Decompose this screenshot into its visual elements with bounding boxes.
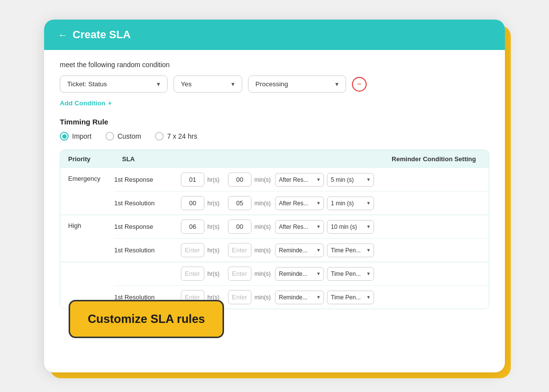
min-input[interactable] xyxy=(228,196,251,210)
after-res-dropdown[interactable]: Reminde... ▾ xyxy=(275,291,324,304)
after-res-value: Reminde... xyxy=(279,294,307,301)
time-pen-value: 1 min (s) xyxy=(331,200,354,207)
hr-unit: hr(s) xyxy=(207,223,225,230)
min-input[interactable] xyxy=(228,290,251,304)
emergency-rows: 1st Response hr(s) min(s) After Res... ▾ xyxy=(114,168,489,215)
table-row: 1st Resolution hr(s) min(s) Reminde... ▾ xyxy=(114,239,489,262)
time-pen-value: Time Pen... xyxy=(331,270,361,277)
col-priority: Priority xyxy=(68,155,122,163)
after-res-chevron-icon: ▾ xyxy=(317,294,320,300)
min-unit: min(s) xyxy=(254,223,272,230)
hr-input[interactable] xyxy=(181,267,204,281)
radio-custom[interactable]: Custom xyxy=(105,132,141,141)
after-res-value: After Res... xyxy=(279,176,308,183)
after-res-dropdown[interactable]: After Res... ▾ xyxy=(275,196,324,210)
ticket-status-value: Ticket: Status xyxy=(67,80,107,88)
processing-chevron-icon: ▾ xyxy=(335,80,339,88)
hr-unit: hr(s) xyxy=(207,247,225,254)
time-pen-chevron-icon: ▾ xyxy=(367,270,370,277)
radio-7x24-label: 7 x 24 hrs xyxy=(167,132,197,140)
min-input[interactable] xyxy=(228,267,251,281)
sla-type-label: 1st Response xyxy=(114,223,178,230)
after-res-chevron-icon: ▾ xyxy=(317,200,320,206)
table-row: 1st Resolution hr(s) min(s) After Res...… xyxy=(114,192,489,215)
main-card: ← Create SLA meet the following random c… xyxy=(44,20,505,372)
ticket-status-chevron-icon: ▾ xyxy=(157,80,160,88)
sla-table: Priority SLA Reminder Condition Setting … xyxy=(60,149,489,309)
after-res-dropdown[interactable]: After Res... ▾ xyxy=(275,173,324,187)
time-pen-value: Time Pen... xyxy=(331,247,361,254)
min-unit: min(s) xyxy=(254,294,272,301)
timing-rule-label: Timming Rule xyxy=(60,118,489,126)
radio-custom-circle xyxy=(105,132,114,141)
radio-7x24-circle xyxy=(155,132,164,141)
hr-input[interactable] xyxy=(181,220,204,234)
table-row: hr(s) min(s) Reminde... ▾ Time Pen... ▾ xyxy=(114,262,489,286)
time-pen-value: 10 min (s) xyxy=(331,223,357,230)
hr-input[interactable] xyxy=(181,243,204,257)
col-sla: SLA xyxy=(122,155,191,163)
time-pen-chevron-icon: ▾ xyxy=(367,176,370,183)
after-res-dropdown[interactable]: Reminde... ▾ xyxy=(275,267,324,281)
back-button[interactable]: ← xyxy=(58,29,68,41)
radio-group: Import Custom 7 x 24 hrs xyxy=(60,132,489,141)
radio-import-circle xyxy=(60,132,69,141)
time-pen-dropdown[interactable]: 5 min (s) ▾ xyxy=(327,173,374,187)
table-header: Priority SLA Reminder Condition Setting xyxy=(60,150,489,168)
remove-condition-button[interactable]: − xyxy=(352,77,367,92)
after-res-value: After Res... xyxy=(279,200,308,207)
after-res-dropdown[interactable]: Reminde... ▾ xyxy=(275,244,324,257)
time-pen-value: Time Pen... xyxy=(331,294,361,301)
priority-emergency-label: Emergency xyxy=(60,168,114,215)
after-res-dropdown[interactable]: After Res... ▾ xyxy=(275,220,324,234)
time-pen-chevron-icon: ▾ xyxy=(367,294,370,300)
table-row: 1st Response hr(s) min(s) After Res... ▾ xyxy=(114,215,489,239)
min-unit: min(s) xyxy=(254,270,272,277)
time-pen-chevron-icon: ▾ xyxy=(367,247,370,253)
hr-unit: hr(s) xyxy=(207,200,225,207)
time-pen-chevron-icon: ▾ xyxy=(367,223,370,230)
radio-import-label: Import xyxy=(72,132,92,140)
processing-dropdown[interactable]: Processing ▾ xyxy=(248,75,346,93)
yes-value: Yes xyxy=(181,80,192,88)
priority-high-label: High xyxy=(60,215,114,262)
time-pen-dropdown[interactable]: Time Pen... ▾ xyxy=(327,267,374,281)
tooltip-overlay: Customize SLA rules xyxy=(69,300,224,338)
after-res-chevron-icon: ▾ xyxy=(317,247,320,253)
priority-group-emergency: Emergency 1st Response hr(s) min(s) Afte xyxy=(60,168,489,215)
time-pen-dropdown[interactable]: Time Pen... ▾ xyxy=(327,291,374,304)
add-condition-button[interactable]: Add Condition + xyxy=(60,99,489,107)
hr-input[interactable] xyxy=(181,172,204,187)
hr-unit: hr(s) xyxy=(207,176,225,183)
min-input[interactable] xyxy=(228,172,251,187)
condition-label: meet the following random condition xyxy=(60,61,489,69)
after-res-value: Reminde... xyxy=(279,270,307,277)
min-input[interactable] xyxy=(228,220,251,234)
min-unit: min(s) xyxy=(254,200,272,207)
time-pen-dropdown[interactable]: 10 min (s) ▾ xyxy=(327,220,374,234)
yes-dropdown[interactable]: Yes ▾ xyxy=(174,75,242,93)
sla-type-label: 1st Response xyxy=(114,176,178,183)
min-unit: min(s) xyxy=(254,247,272,254)
high-rows: 1st Response hr(s) min(s) After Res... ▾ xyxy=(114,215,489,262)
after-res-value: Reminde... xyxy=(279,247,307,254)
page-title: Create SLA xyxy=(73,28,131,41)
radio-7x24[interactable]: 7 x 24 hrs xyxy=(155,132,197,141)
after-res-chevron-icon: ▾ xyxy=(317,223,320,230)
yes-chevron-icon: ▾ xyxy=(231,80,235,88)
time-pen-dropdown[interactable]: Time Pen... ▾ xyxy=(327,244,374,257)
table-body: Emergency 1st Response hr(s) min(s) Afte xyxy=(60,168,489,309)
header: ← Create SLA xyxy=(44,20,505,50)
after-res-chevron-icon: ▾ xyxy=(317,176,320,183)
col-reminder: Reminder Condition Setting xyxy=(191,155,481,163)
radio-import[interactable]: Import xyxy=(60,132,92,141)
min-input[interactable] xyxy=(228,243,251,257)
after-res-value: After Res... xyxy=(279,223,308,230)
hr-input[interactable] xyxy=(181,196,204,210)
priority-group-high: High 1st Response hr(s) min(s) After Res xyxy=(60,215,489,262)
min-unit: min(s) xyxy=(254,176,272,183)
ticket-status-dropdown[interactable]: Ticket: Status ▾ xyxy=(60,75,168,93)
processing-value: Processing xyxy=(255,80,288,88)
time-pen-chevron-icon: ▾ xyxy=(367,200,370,206)
time-pen-dropdown[interactable]: 1 min (s) ▾ xyxy=(327,196,374,210)
